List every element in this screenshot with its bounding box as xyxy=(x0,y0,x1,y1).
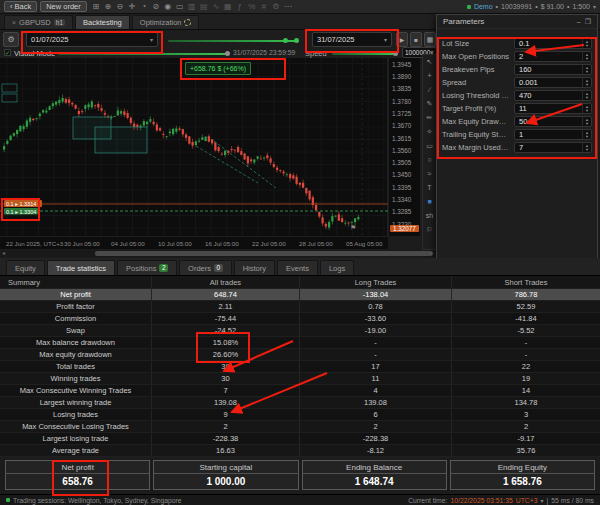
wave-tool-icon[interactable]: ≈ xyxy=(423,167,436,181)
percent-icon[interactable]: % xyxy=(246,1,258,13)
close-icon[interactable]: × xyxy=(12,19,16,26)
speed-handle[interactable] xyxy=(393,51,398,56)
grid-icon[interactable]: # xyxy=(258,1,270,13)
param-value-input[interactable]: 2▲▼ xyxy=(514,51,592,62)
ellipse-tool-icon[interactable]: ○ xyxy=(423,153,436,167)
magic-icon[interactable]: ✧ xyxy=(423,125,436,139)
alert-tool-icon[interactable]: ⚐ xyxy=(423,223,436,237)
table-row[interactable]: Profit factor2.110.7852.59 xyxy=(0,301,600,313)
minimize-icon[interactable]: – xyxy=(577,18,581,26)
disable-icon[interactable]: ⊘ xyxy=(150,1,162,13)
table-row[interactable]: Max balance drawdown15.08%-- xyxy=(0,337,600,349)
text-tool-icon[interactable]: T xyxy=(423,181,436,195)
chart-line-icon[interactable]: ∿ xyxy=(210,1,222,13)
stepper-icon[interactable]: ▲▼ xyxy=(582,52,591,61)
param-value-input[interactable]: 160▲▼ xyxy=(514,64,592,75)
progress-track[interactable] xyxy=(58,53,226,55)
range-handle-start[interactable] xyxy=(283,38,288,43)
price-axis[interactable]: 1.39451.38901.38351.37801.37251.36701.36… xyxy=(389,58,420,236)
indicator-icon[interactable]: ƒ xyxy=(234,1,246,13)
param-value-input[interactable]: 0.001▲▼ xyxy=(514,77,592,88)
back-button[interactable]: ‹Back xyxy=(4,1,37,12)
scrollbar-thumb[interactable] xyxy=(95,251,433,256)
crosshair-tool-icon[interactable]: + xyxy=(423,69,436,83)
chart-bars-icon[interactable]: ▤ xyxy=(198,1,210,13)
play-button[interactable]: ▶ xyxy=(396,32,408,47)
zoom-out-icon[interactable]: ⊖ xyxy=(114,1,126,13)
table-row[interactable]: Average trade16.63-8.1235.76 xyxy=(0,445,600,457)
range-handle-end[interactable] xyxy=(294,38,299,43)
progress-handle[interactable] xyxy=(225,51,230,56)
scroll-right-icon[interactable]: ▸ xyxy=(430,250,433,257)
layout-grid-icon[interactable]: ⊞ xyxy=(90,1,102,13)
tab-orders[interactable]: Orders0 xyxy=(179,260,232,275)
tab-events[interactable]: Events xyxy=(277,260,318,275)
trendline-icon[interactable]: ∕ xyxy=(423,83,436,97)
tab-optimization[interactable]: Optimization xyxy=(132,15,200,29)
candlestick-chart[interactable]: 0.1 ▸ 1.33140.1 ▸ 1.3304⚑ xyxy=(0,58,388,236)
visual-mode-checkbox[interactable]: ✓ xyxy=(4,49,11,56)
eye-icon[interactable]: ◉ xyxy=(162,1,174,13)
stepper-icon[interactable]: ▲▼ xyxy=(582,117,591,126)
date-range-slider[interactable] xyxy=(168,40,298,42)
tab-chart-gbpusd[interactable]: × GBPUSD h1 xyxy=(4,15,73,29)
rect-tool-icon[interactable]: ▭ xyxy=(423,139,436,153)
date-axis[interactable]: 22 Jun 2025, UTC+330 Jun 05:0004 Jul 05:… xyxy=(0,236,388,249)
table-row[interactable]: Swap-24.52-19.00-5.52 xyxy=(0,325,600,337)
tab-positions[interactable]: Positions2 xyxy=(117,260,177,275)
alarm-icon[interactable]: ◔ xyxy=(138,1,150,13)
column-header[interactable]: All trades xyxy=(152,276,300,288)
column-header[interactable]: Short Trades xyxy=(452,276,600,288)
date-to-input[interactable]: 31/07/2025▾ xyxy=(312,32,392,47)
scroll-left-icon[interactable]: ◂ xyxy=(2,250,5,257)
stepper-icon[interactable]: ▲▼ xyxy=(582,130,591,139)
timezone-dropdown[interactable]: UTC+3 xyxy=(516,497,538,504)
gear-icon[interactable]: ⚙ xyxy=(270,1,282,13)
crosshair-icon[interactable]: ✛ xyxy=(126,1,138,13)
column-header[interactable]: Long Trades xyxy=(300,276,452,288)
popout-icon[interactable]: ❐ xyxy=(585,18,591,26)
stop-button[interactable]: ■ xyxy=(410,32,422,47)
table-row[interactable]: Commission-75.44-33.60-41.84 xyxy=(0,313,600,325)
column-header[interactable]: Summary xyxy=(0,276,152,288)
stepper-icon[interactable]: ▲▼ xyxy=(582,143,591,152)
chart-candles-icon[interactable]: ▥ xyxy=(186,1,198,13)
chat-icon[interactable]: ▭ xyxy=(174,1,186,13)
zoom-in-icon[interactable]: ⊕ xyxy=(102,1,114,13)
table-row[interactable]: Total trades391722 xyxy=(0,361,600,373)
param-value-input[interactable]: 50▲▼ xyxy=(514,116,592,127)
settings-gear-button[interactable]: ⚙ xyxy=(3,32,19,47)
more-icon[interactable]: ⋯ xyxy=(282,1,294,13)
brush-icon[interactable]: ✏ xyxy=(423,111,436,125)
table-row[interactable]: Largest winning trade139.08139.08134.78 xyxy=(0,397,600,409)
shape-tool-icon[interactable]: sh xyxy=(423,209,436,223)
account-info[interactable]: Demo • 10039991 • $ 91.00 • 1:500 ▾ xyxy=(467,3,596,10)
table-row[interactable]: Max Consecutive Losing Trades222 xyxy=(0,421,600,433)
stepper-icon[interactable]: ▲▼ xyxy=(582,65,591,74)
table-row[interactable]: Max equity drawdown26.60%-- xyxy=(0,349,600,361)
param-value-input[interactable]: 11▲▼ xyxy=(514,103,592,114)
cursor-icon[interactable]: ↖ xyxy=(423,55,436,69)
param-value-input[interactable]: 0.1▲▼ xyxy=(514,38,592,49)
table-row[interactable]: Winning trades301119 xyxy=(0,373,600,385)
square-tool-icon[interactable]: ■ xyxy=(423,195,436,209)
calendar-button[interactable]: ▦ xyxy=(424,32,436,47)
parameters-title-bar[interactable]: Parameters – ❐ xyxy=(437,15,597,29)
chart-area-icon[interactable]: ▦ xyxy=(222,1,234,13)
table-row[interactable]: Net profit648.74-138.04786.78 xyxy=(0,289,600,301)
pencil-icon[interactable]: ✎ xyxy=(423,97,436,111)
new-order-button[interactable]: New order xyxy=(40,1,87,12)
stepper-icon[interactable]: ▲▼ xyxy=(582,91,591,100)
param-value-input[interactable]: 7▲▼ xyxy=(514,142,592,153)
chart-scrollbar[interactable]: ◂ ▸ xyxy=(0,250,437,257)
tab-history[interactable]: History xyxy=(234,260,275,275)
stepper-icon[interactable]: ▲▼ xyxy=(582,39,591,48)
stepper-icon[interactable]: ▲▼ xyxy=(582,104,591,113)
param-value-input[interactable]: 470▲▼ xyxy=(514,90,592,101)
table-row[interactable]: Largest losing trade-228.38-228.38-9.17 xyxy=(0,433,600,445)
param-value-input[interactable]: 1▲▼ xyxy=(514,129,592,140)
tab-trade-statistics[interactable]: Trade statistics xyxy=(47,260,115,275)
table-row[interactable]: Losing trades963 xyxy=(0,409,600,421)
table-row[interactable]: Max Consecutive Winning Trades7414 xyxy=(0,385,600,397)
tab-equity[interactable]: Equity xyxy=(6,260,45,275)
